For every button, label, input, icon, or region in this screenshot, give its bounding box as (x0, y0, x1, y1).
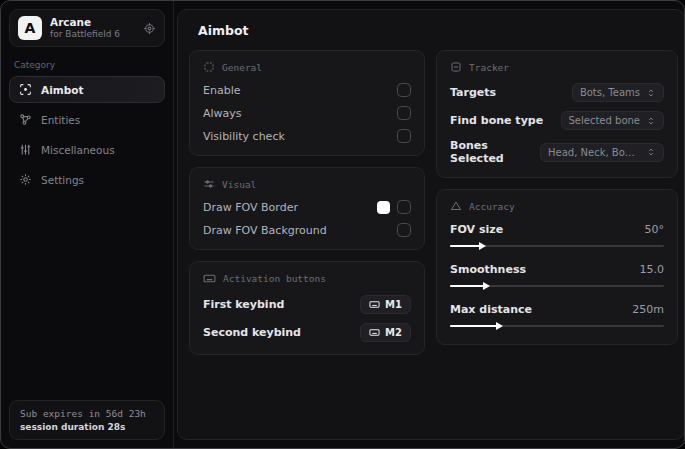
keyboard-icon (203, 272, 216, 285)
smoothness-slider[interactable] (450, 280, 664, 292)
page-title: Aimbot (198, 23, 678, 38)
sidebar: A Arcane for Battlefield 6 Category Aimb (1, 1, 174, 448)
sidebar-item-settings[interactable]: Settings (9, 166, 165, 193)
app-title: Arcane (50, 16, 135, 29)
sidebar-item-label: Settings (41, 174, 84, 186)
setting-label: Draw FOV Border (203, 201, 298, 214)
visibility-check-checkbox[interactable] (397, 129, 411, 143)
always-checkbox[interactable] (397, 106, 411, 120)
dashed-box-icon (203, 61, 215, 73)
target-gear-icon[interactable] (143, 22, 156, 35)
setting-row-always: Always (203, 106, 411, 120)
setting-row-max-distance: Max distance 250m (450, 303, 664, 332)
targets-dropdown[interactable]: Bots, Teams (572, 83, 664, 102)
section-title: Activation buttons (223, 273, 326, 284)
setting-row-visibility-check: Visibility check (203, 129, 411, 143)
setting-label: Max distance (450, 303, 532, 316)
max-distance-slider[interactable] (450, 320, 664, 332)
fov-size-slider[interactable] (450, 240, 664, 252)
setting-row-enable: Enable (203, 83, 411, 97)
sidebar-item-aimbot[interactable]: Aimbot (9, 76, 165, 103)
activation-card: Activation buttons First keybind M1 (189, 261, 425, 355)
sliders-horizontal-icon (203, 178, 215, 190)
setting-row-first-keybind: First keybind M1 (203, 295, 411, 314)
app-window: A Arcane for Battlefield 6 Category Aimb (0, 0, 685, 449)
main-panel: Aimbot General (177, 9, 685, 440)
subscription-card: Sub expires in 56d 23h session duration … (9, 400, 165, 440)
general-card: General Enable Always Visibility check (189, 50, 425, 156)
section-title: Visual (222, 179, 256, 190)
setting-row-second-keybind: Second keybind M2 (203, 323, 411, 342)
sub-expiry-text: Sub expires in 56d 23h (20, 408, 154, 419)
sidebar-item-miscellaneous[interactable]: Miscellaneous (9, 136, 165, 163)
setting-row-smoothness: Smoothness 15.0 (450, 263, 664, 292)
section-title: Accuracy (469, 201, 515, 212)
gear-icon (19, 173, 32, 186)
crosshair-scan-icon (19, 83, 32, 96)
second-keybind-button[interactable]: M2 (360, 323, 411, 342)
accuracy-card: Accuracy FOV size 50° (436, 189, 678, 345)
setting-label: Always (203, 107, 242, 120)
setting-label: Smoothness (450, 263, 526, 276)
nodes-icon (19, 113, 32, 126)
enable-checkbox[interactable] (397, 83, 411, 97)
first-keybind-button[interactable]: M1 (360, 295, 411, 314)
chevron-up-down-icon (646, 88, 656, 98)
setting-label: Find bone type (450, 114, 543, 127)
sidebar-item-label: Entities (41, 114, 80, 126)
main-area: Aimbot General (174, 1, 685, 448)
logo-avatar: A (18, 16, 42, 40)
setting-label: Bones Selected (450, 139, 540, 165)
keybind-value: M1 (385, 299, 402, 310)
bones-selected-dropdown[interactable]: Head, Neck, Body, Pe.. (540, 143, 664, 162)
setting-row-fov-size: FOV size 50° (450, 223, 664, 252)
setting-label: Second keybind (203, 326, 301, 339)
find-bone-type-dropdown[interactable]: Selected bone (561, 111, 664, 130)
setting-row-fov-background: Draw FOV Background (203, 223, 411, 237)
dropdown-value: Selected bone (569, 115, 640, 126)
setting-label: First keybind (203, 298, 284, 311)
minus-square-icon (450, 61, 462, 73)
sidebar-item-entities[interactable]: Entities (9, 106, 165, 133)
keybind-value: M2 (385, 327, 402, 338)
logo-card: A Arcane for Battlefield 6 (9, 9, 165, 47)
sidebar-item-label: Miscellaneous (41, 144, 115, 156)
setting-row-fov-border: Draw FOV Border (203, 200, 411, 214)
fov-background-checkbox[interactable] (397, 223, 411, 237)
setting-label: Targets (450, 86, 496, 99)
app-subtitle: for Battlefield 6 (50, 29, 135, 40)
triangle-icon (450, 200, 462, 212)
sliders-vertical-icon (19, 143, 32, 156)
dropdown-value: Head, Neck, Body, Pe.. (548, 147, 640, 158)
fov-border-checkbox[interactable] (397, 200, 411, 214)
slider-value: 15.0 (640, 263, 665, 276)
section-title: Tracker (469, 62, 509, 73)
keyboard-icon (369, 299, 380, 310)
setting-row-targets: Targets Bots, Teams (450, 83, 664, 102)
setting-label: Draw FOV Background (203, 224, 327, 237)
chevron-up-down-icon (646, 147, 656, 157)
chevron-up-down-icon (646, 116, 656, 126)
dropdown-value: Bots, Teams (580, 87, 640, 98)
setting-label: Visibility check (203, 130, 285, 143)
slider-value: 250m (632, 303, 664, 316)
setting-label: FOV size (450, 223, 503, 236)
sidebar-item-label: Aimbot (41, 84, 83, 96)
fov-border-color-swatch[interactable] (377, 201, 390, 214)
setting-label: Enable (203, 84, 240, 97)
visual-card: Visual Draw FOV Border Draw FOV Backgrou… (189, 167, 425, 250)
session-duration-text: session duration 28s (20, 422, 154, 432)
section-title: General (222, 62, 262, 73)
setting-row-bones-selected: Bones Selected Head, Neck, Body, Pe.. (450, 139, 664, 165)
setting-row-find-bone-type: Find bone type Selected bone (450, 111, 664, 130)
slider-value: 50° (645, 223, 665, 236)
category-label: Category (14, 60, 165, 70)
tracker-card: Tracker Targets Bots, Teams (436, 50, 678, 178)
keyboard-icon (369, 327, 380, 338)
